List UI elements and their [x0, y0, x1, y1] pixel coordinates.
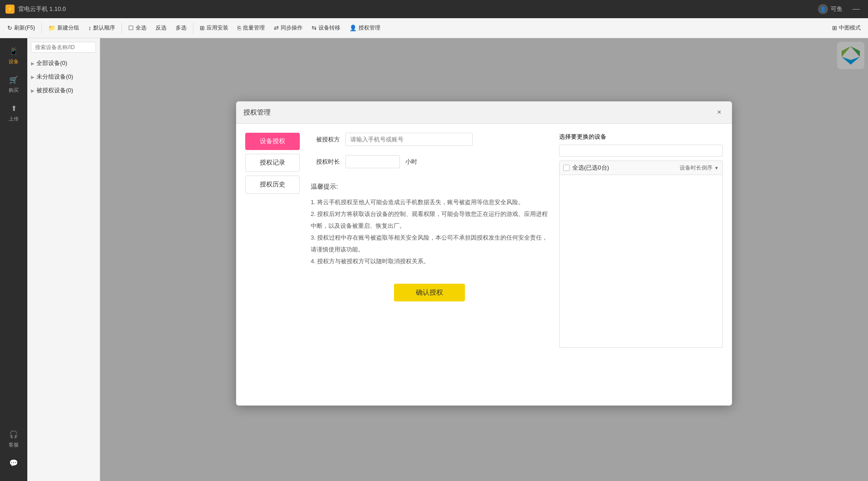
duration-unit: 小时 — [405, 158, 417, 166]
toolbar: ↻ 刷新(F5) 📁 新建分组 ↕ 默认顺序 ☐ 全选 反选 多选 ⊞ 应用安装… — [0, 18, 868, 38]
titlebar-right: 👤 可鱼 — — [818, 4, 863, 14]
nav-device-auth-button[interactable]: 设备授权 — [245, 133, 300, 150]
transfer-icon: ⇆ — [312, 25, 317, 31]
nav-auth-history-button[interactable]: 授权历史 — [245, 175, 300, 194]
sidebar-item-devices[interactable]: 📱 设备 — [0, 42, 27, 69]
tree-all-devices[interactable]: ▶ 全部设备(0) — [27, 56, 100, 70]
minimize-button[interactable]: — — [850, 4, 863, 14]
notice-item-1: 1. 将云手机授权至他人可能会造成云手机数据丢失，账号被盗用等信息安全风险。 — [311, 196, 548, 208]
select-all-label: 全选(已选0台) — [572, 164, 609, 172]
refresh-icon: ↻ — [7, 25, 12, 31]
device-panel-search[interactable] — [559, 145, 723, 157]
duration-label: 授权时长 — [311, 158, 340, 166]
chevron-icon-2: ▶ — [31, 75, 35, 80]
duration-input[interactable] — [345, 155, 400, 168]
deselect-button[interactable]: 反选 — [152, 22, 170, 34]
user-avatar: 👤 — [818, 4, 828, 14]
sidebar-item-upload[interactable]: ⬆ 上传 — [0, 99, 27, 126]
device-list-select-all[interactable]: 全选(已选0台) — [563, 164, 609, 172]
app-title: 雷电云手机 1.10.0 — [18, 5, 66, 13]
all-devices-label: 全部设备(0) — [36, 59, 67, 67]
checkbox-icon: ☐ — [128, 25, 134, 31]
modal-form: 被授权方 授权时长 小时 温馨提示: 1. 将云手机授权至他人可能会造成云手机数… — [311, 133, 548, 396]
select-all-checkbox[interactable] — [563, 165, 570, 171]
default-order-button[interactable]: ↕ 默认顺序 — [85, 22, 119, 34]
device-search-input[interactable] — [31, 42, 96, 53]
confirm-btn-row: 确认授权 — [311, 284, 548, 301]
sync-ops-button[interactable]: ⇄ 同步操作 — [270, 22, 306, 34]
user-avatar-icon: 👤 — [820, 6, 826, 12]
confirm-auth-button[interactable]: 确认授权 — [394, 284, 465, 301]
divider-2 — [121, 23, 122, 34]
device-panel: 选择要更换的设备 全选(已选0台) 设备时长倒序 ▼ — [559, 133, 723, 396]
modal-body: 设备授权 授权记录 授权历史 被授权方 授权时长 小时 — [236, 124, 732, 406]
authorized-label: 被授权设备(0) — [36, 86, 73, 95]
support-icon: 🎧 — [8, 429, 19, 440]
modal-title: 授权管理 — [243, 108, 271, 117]
new-group-button[interactable]: 📁 新建分组 — [45, 22, 83, 34]
divider-3 — [193, 23, 193, 34]
chevron-icon: ▶ — [31, 61, 35, 66]
center-mode-button[interactable]: ⊞ 中图模式 — [828, 22, 864, 34]
sort-label: 设备时长倒序 — [680, 164, 712, 172]
select-all-button[interactable]: ☐ 全选 — [125, 22, 150, 34]
grantee-label: 被授权方 — [311, 135, 340, 144]
person-icon: 👤 — [349, 25, 357, 31]
notice-title: 温馨提示: — [311, 183, 548, 191]
sync-icon: ⇄ — [274, 25, 279, 31]
device-list-body — [559, 175, 723, 348]
nav-auth-record-button[interactable]: 授权记录 — [245, 154, 300, 172]
copy-icon: ⎘ — [237, 25, 241, 31]
upload-icon: ⬆ — [8, 103, 19, 114]
multi-select-button[interactable]: 多选 — [172, 22, 190, 34]
titlebar-left: ⚡ 雷电云手机 1.10.0 — [5, 5, 66, 14]
sidebar-item-label-upload: 上传 — [9, 115, 19, 122]
refresh-button[interactable]: ↻ 刷新(F5) — [4, 22, 39, 34]
titlebar: ⚡ 雷电云手机 1.10.0 👤 可鱼 — — [0, 0, 868, 18]
folder-icon: 📁 — [48, 25, 56, 31]
sidebar-dark: 📱 设备 🛒 购买 ⬆ 上传 🎧 客服 💬 — [0, 38, 27, 481]
sidebar-item-label-purchase: 购买 — [9, 87, 19, 94]
notice-item-3: 3. 授权过程中存在账号被盗取等相关安全风险，本公司不承担因授权发生的任何安全责… — [311, 232, 548, 256]
sidebar-item-label-devices: 设备 — [9, 58, 19, 65]
grantee-input[interactable] — [345, 133, 473, 146]
tree-authorized-devices[interactable]: ▶ 被授权设备(0) — [27, 84, 100, 97]
grid-icon: ⊞ — [200, 25, 205, 31]
device-transfer-button[interactable]: ⇆ 设备转移 — [308, 22, 344, 34]
notice-item-2: 2. 授权后对方将获取该台设备的控制、观看权限，可能会导致您正在运行的游戏、应用… — [311, 208, 548, 232]
device-list-header: 全选(已选0台) 设备时长倒序 ▼ — [559, 160, 723, 175]
sort-dropdown[interactable]: 设备时长倒序 ▼ — [680, 164, 719, 172]
sort-icon: ↕ — [88, 25, 91, 31]
user-name: 可鱼 — [831, 5, 843, 13]
notice-area: 温馨提示: 1. 将云手机授权至他人可能会造成云手机数据丢失，账号被盗用等信息安… — [311, 177, 548, 273]
sidebar-item-message[interactable]: 💬 — [0, 454, 27, 472]
user-area: 👤 可鱼 — [818, 4, 843, 14]
sidebar-light: ▶ 全部设备(0) ▶ 未分组设备(0) ▶ 被授权设备(0) — [27, 38, 100, 481]
modal-header: 授权管理 × — [236, 101, 732, 124]
batch-manage-button[interactable]: ⎘ 批量管理 — [234, 22, 268, 34]
device-select-label: 选择要更换的设备 — [559, 133, 606, 140]
content-area: 授权管理 × 设备授权 授权记录 授权历史 被授权方 授权时 — [100, 38, 868, 481]
app-install-button[interactable]: ⊞ 应用安装 — [196, 22, 232, 34]
ungrouped-label: 未分组设备(0) — [36, 73, 73, 81]
message-icon: 💬 — [8, 457, 19, 468]
notice-item-4: 4. 授权方与被授权方可以随时取消授权关系。 — [311, 256, 548, 267]
purchase-icon: 🛒 — [8, 74, 19, 85]
device-icon: 📱 — [8, 45, 19, 56]
sidebar-item-support[interactable]: 🎧 客服 — [0, 425, 27, 452]
sort-arrow-icon: ▼ — [714, 165, 719, 170]
chevron-icon-3: ▶ — [31, 88, 35, 93]
sidebar-item-purchase[interactable]: 🛒 购买 — [0, 70, 27, 97]
auth-manage-button[interactable]: 👤 授权管理 — [346, 22, 384, 34]
divider-1 — [41, 23, 42, 34]
modal-nav: 设备授权 授权记录 授权历史 — [245, 133, 300, 396]
main-layout: 📱 设备 🛒 购买 ⬆ 上传 🎧 客服 💬 ▶ 全部设备(0) ▶ — [0, 38, 868, 481]
sidebar-item-label-support: 客服 — [9, 441, 19, 448]
modal-close-button[interactable]: × — [714, 107, 725, 118]
tree-ungrouped-devices[interactable]: ▶ 未分组设备(0) — [27, 70, 100, 84]
duration-row: 授权时长 小时 — [311, 155, 548, 168]
center-icon: ⊞ — [832, 25, 837, 31]
grantee-row: 被授权方 — [311, 133, 548, 146]
modal-dialog: 授权管理 × 设备授权 授权记录 授权历史 被授权方 授权时 — [236, 101, 732, 406]
app-icon: ⚡ — [5, 5, 15, 14]
